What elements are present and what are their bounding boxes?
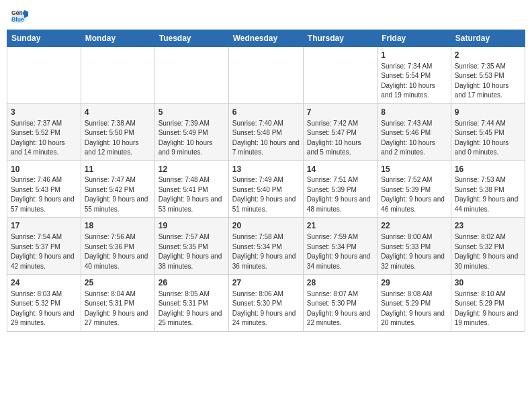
weekday-header-sunday: Sunday xyxy=(7,30,81,47)
day-number: 15 xyxy=(381,164,447,175)
day-info: Sunrise: 8:02 AM Sunset: 5:32 PM Dayligh… xyxy=(455,232,521,271)
day-info: Sunrise: 7:53 AM Sunset: 5:38 PM Dayligh… xyxy=(455,175,521,214)
calendar-cell: 14Sunrise: 7:51 AM Sunset: 5:39 PM Dayli… xyxy=(303,161,377,218)
calendar-cell: 28Sunrise: 8:07 AM Sunset: 5:30 PM Dayli… xyxy=(303,275,377,332)
week-row-4: 17Sunrise: 7:54 AM Sunset: 5:37 PM Dayli… xyxy=(7,218,525,275)
day-number: 28 xyxy=(307,277,373,289)
calendar-cell: 23Sunrise: 8:02 AM Sunset: 5:32 PM Dayli… xyxy=(451,218,525,275)
day-number: 16 xyxy=(455,164,521,175)
week-row-2: 3Sunrise: 7:37 AM Sunset: 5:52 PM Daylig… xyxy=(7,103,525,161)
day-info: Sunrise: 7:40 AM Sunset: 5:48 PM Dayligh… xyxy=(232,119,300,158)
weekday-header-saturday: Saturday xyxy=(451,30,525,47)
day-number: 22 xyxy=(381,220,447,232)
calendar-cell: 6Sunrise: 7:40 AM Sunset: 5:48 PM Daylig… xyxy=(228,103,303,161)
calendar-cell: 29Sunrise: 8:08 AM Sunset: 5:29 PM Dayli… xyxy=(378,275,451,332)
day-info: Sunrise: 8:07 AM Sunset: 5:30 PM Dayligh… xyxy=(307,289,373,328)
day-info: Sunrise: 7:46 AM Sunset: 5:43 PM Dayligh… xyxy=(11,175,77,214)
calendar-cell xyxy=(154,47,228,104)
day-number: 2 xyxy=(455,50,521,61)
weekday-header-friday: Friday xyxy=(378,30,451,47)
calendar-cell: 18Sunrise: 7:56 AM Sunset: 5:36 PM Dayli… xyxy=(81,218,154,275)
calendar-cell: 25Sunrise: 8:04 AM Sunset: 5:31 PM Dayli… xyxy=(81,275,154,332)
week-row-5: 24Sunrise: 8:03 AM Sunset: 5:32 PM Dayli… xyxy=(7,275,525,332)
day-number: 25 xyxy=(85,277,151,289)
day-number: 5 xyxy=(159,107,225,118)
day-number: 3 xyxy=(11,107,77,118)
day-number: 24 xyxy=(11,277,77,289)
day-info: Sunrise: 7:35 AM Sunset: 5:53 PM Dayligh… xyxy=(455,62,521,101)
day-number: 12 xyxy=(159,164,225,175)
weekday-header-monday: Monday xyxy=(81,30,154,47)
day-info: Sunrise: 8:00 AM Sunset: 5:33 PM Dayligh… xyxy=(381,232,447,271)
calendar-cell: 10Sunrise: 7:46 AM Sunset: 5:43 PM Dayli… xyxy=(7,161,81,218)
day-number: 1 xyxy=(381,50,447,61)
day-number: 11 xyxy=(85,164,151,175)
day-number: 18 xyxy=(85,220,151,232)
day-number: 26 xyxy=(159,277,225,289)
day-info: Sunrise: 8:08 AM Sunset: 5:29 PM Dayligh… xyxy=(381,289,447,328)
weekday-header-wednesday: Wednesday xyxy=(228,30,303,47)
calendar-cell: 13Sunrise: 7:49 AM Sunset: 5:40 PM Dayli… xyxy=(228,161,303,218)
day-info: Sunrise: 7:54 AM Sunset: 5:37 PM Dayligh… xyxy=(11,232,77,271)
day-info: Sunrise: 7:52 AM Sunset: 5:39 PM Dayligh… xyxy=(381,175,447,214)
calendar-cell: 11Sunrise: 7:47 AM Sunset: 5:42 PM Dayli… xyxy=(81,161,154,218)
calendar-cell: 8Sunrise: 7:43 AM Sunset: 5:46 PM Daylig… xyxy=(378,103,451,161)
day-info: Sunrise: 7:38 AM Sunset: 5:50 PM Dayligh… xyxy=(85,119,151,158)
day-info: Sunrise: 7:49 AM Sunset: 5:40 PM Dayligh… xyxy=(232,175,300,214)
calendar-cell xyxy=(228,47,303,104)
day-number: 21 xyxy=(307,220,373,232)
day-info: Sunrise: 8:06 AM Sunset: 5:30 PM Dayligh… xyxy=(232,289,300,328)
day-info: Sunrise: 7:43 AM Sunset: 5:46 PM Dayligh… xyxy=(381,119,447,158)
page-header: General Blue xyxy=(7,7,525,26)
day-info: Sunrise: 7:39 AM Sunset: 5:49 PM Dayligh… xyxy=(159,119,225,158)
day-number: 14 xyxy=(307,164,373,175)
day-info: Sunrise: 7:57 AM Sunset: 5:35 PM Dayligh… xyxy=(159,232,225,271)
day-number: 13 xyxy=(232,164,300,175)
calendar-cell: 3Sunrise: 7:37 AM Sunset: 5:52 PM Daylig… xyxy=(7,103,81,161)
day-info: Sunrise: 7:51 AM Sunset: 5:39 PM Dayligh… xyxy=(307,175,373,214)
svg-text:Blue: Blue xyxy=(11,16,24,23)
day-info: Sunrise: 7:42 AM Sunset: 5:47 PM Dayligh… xyxy=(307,119,373,158)
day-number: 9 xyxy=(455,107,521,118)
calendar-cell: 30Sunrise: 8:10 AM Sunset: 5:29 PM Dayli… xyxy=(451,275,525,332)
day-info: Sunrise: 7:58 AM Sunset: 5:34 PM Dayligh… xyxy=(232,232,300,271)
calendar-cell: 5Sunrise: 7:39 AM Sunset: 5:49 PM Daylig… xyxy=(154,103,228,161)
day-info: Sunrise: 7:44 AM Sunset: 5:45 PM Dayligh… xyxy=(455,119,521,158)
day-number: 27 xyxy=(232,277,300,289)
day-info: Sunrise: 7:48 AM Sunset: 5:41 PM Dayligh… xyxy=(159,175,225,214)
calendar-cell: 19Sunrise: 7:57 AM Sunset: 5:35 PM Dayli… xyxy=(154,218,228,275)
day-number: 23 xyxy=(455,220,521,232)
day-number: 4 xyxy=(85,107,151,118)
logo-icon: General Blue xyxy=(9,7,28,26)
day-info: Sunrise: 8:05 AM Sunset: 5:31 PM Dayligh… xyxy=(159,289,225,328)
week-row-3: 10Sunrise: 7:46 AM Sunset: 5:43 PM Dayli… xyxy=(7,161,525,218)
day-info: Sunrise: 7:37 AM Sunset: 5:52 PM Dayligh… xyxy=(11,119,77,158)
calendar-cell: 12Sunrise: 7:48 AM Sunset: 5:41 PM Dayli… xyxy=(154,161,228,218)
day-number: 10 xyxy=(11,164,77,175)
day-number: 7 xyxy=(307,107,373,118)
calendar-cell: 26Sunrise: 8:05 AM Sunset: 5:31 PM Dayli… xyxy=(154,275,228,332)
calendar-cell: 21Sunrise: 7:59 AM Sunset: 5:34 PM Dayli… xyxy=(303,218,377,275)
day-info: Sunrise: 8:03 AM Sunset: 5:32 PM Dayligh… xyxy=(11,289,77,328)
calendar-cell: 27Sunrise: 8:06 AM Sunset: 5:30 PM Dayli… xyxy=(228,275,303,332)
calendar-cell xyxy=(7,47,81,104)
calendar-cell: 7Sunrise: 7:42 AM Sunset: 5:47 PM Daylig… xyxy=(303,103,377,161)
day-info: Sunrise: 7:56 AM Sunset: 5:36 PM Dayligh… xyxy=(85,232,151,271)
calendar-cell: 16Sunrise: 7:53 AM Sunset: 5:38 PM Dayli… xyxy=(451,161,525,218)
weekday-header-thursday: Thursday xyxy=(303,30,377,47)
day-number: 8 xyxy=(381,107,447,118)
day-number: 19 xyxy=(159,220,225,232)
day-number: 17 xyxy=(11,220,77,232)
day-info: Sunrise: 7:34 AM Sunset: 5:54 PM Dayligh… xyxy=(381,62,447,101)
weekday-header-tuesday: Tuesday xyxy=(154,30,228,47)
calendar-cell: 4Sunrise: 7:38 AM Sunset: 5:50 PM Daylig… xyxy=(81,103,154,161)
calendar-cell: 20Sunrise: 7:58 AM Sunset: 5:34 PM Dayli… xyxy=(228,218,303,275)
calendar-cell: 15Sunrise: 7:52 AM Sunset: 5:39 PM Dayli… xyxy=(378,161,451,218)
day-info: Sunrise: 7:59 AM Sunset: 5:34 PM Dayligh… xyxy=(307,232,373,271)
calendar-cell xyxy=(81,47,154,104)
day-info: Sunrise: 8:10 AM Sunset: 5:29 PM Dayligh… xyxy=(455,289,521,328)
weekday-header-row: SundayMondayTuesdayWednesdayThursdayFrid… xyxy=(7,30,525,47)
calendar-cell: 22Sunrise: 8:00 AM Sunset: 5:33 PM Dayli… xyxy=(378,218,451,275)
day-info: Sunrise: 8:04 AM Sunset: 5:31 PM Dayligh… xyxy=(85,289,151,328)
calendar-cell: 17Sunrise: 7:54 AM Sunset: 5:37 PM Dayli… xyxy=(7,218,81,275)
